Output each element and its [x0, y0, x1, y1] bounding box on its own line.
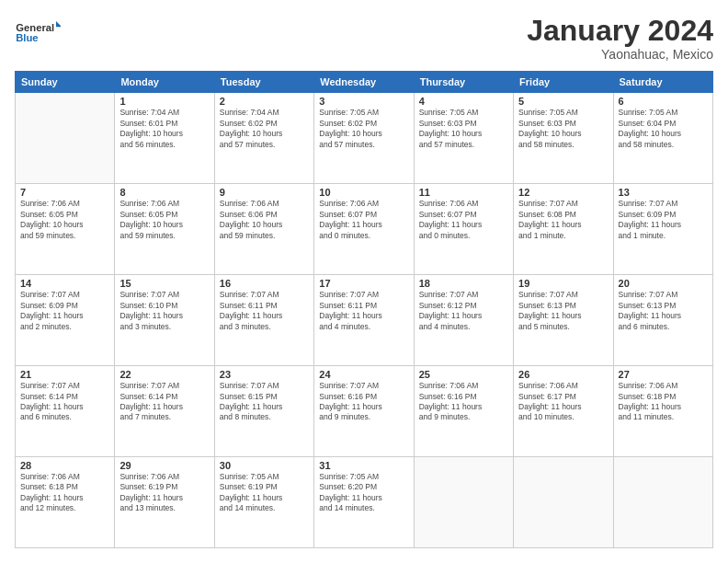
- calendar-cell: [16, 93, 115, 184]
- calendar-cell: [414, 457, 513, 548]
- cell-info-text: Sunrise: 7:07 AM Sunset: 6:11 PM Dayligh…: [220, 290, 309, 332]
- cell-day-number: 11: [419, 187, 508, 198]
- cell-day-number: 20: [619, 278, 708, 289]
- calendar-cell: 8Sunrise: 7:06 AM Sunset: 6:05 PM Daylig…: [115, 184, 214, 275]
- cell-info-text: Sunrise: 7:07 AM Sunset: 6:16 PM Dayligh…: [319, 381, 408, 423]
- cell-info-text: Sunrise: 7:07 AM Sunset: 6:14 PM Dayligh…: [119, 381, 209, 423]
- calendar-cell: 3Sunrise: 7:05 AM Sunset: 6:02 PM Daylig…: [314, 93, 414, 184]
- weekday-wednesday: Wednesday: [314, 72, 414, 93]
- calendar-cell: 28Sunrise: 7:06 AM Sunset: 6:18 PM Dayli…: [16, 457, 115, 548]
- header: General Blue January 2024 Yaonahuac, Mex…: [15, 15, 713, 62]
- title-block: January 2024 Yaonahuac, Mexico: [527, 15, 713, 62]
- calendar-cell: [613, 457, 712, 548]
- calendar-cell: 27Sunrise: 7:06 AM Sunset: 6:18 PM Dayli…: [613, 366, 712, 457]
- calendar-cell: 23Sunrise: 7:07 AM Sunset: 6:15 PM Dayli…: [214, 366, 313, 457]
- calendar-cell: 10Sunrise: 7:06 AM Sunset: 6:07 PM Dayli…: [314, 184, 414, 275]
- cell-info-text: Sunrise: 7:05 AM Sunset: 6:20 PM Dayligh…: [319, 472, 408, 514]
- weekday-tuesday: Tuesday: [214, 72, 313, 93]
- cell-day-number: 5: [518, 96, 608, 107]
- cell-info-text: Sunrise: 7:07 AM Sunset: 6:13 PM Dayligh…: [518, 290, 608, 332]
- calendar-cell: 18Sunrise: 7:07 AM Sunset: 6:12 PM Dayli…: [414, 275, 513, 366]
- calendar-cell: 22Sunrise: 7:07 AM Sunset: 6:14 PM Dayli…: [115, 366, 214, 457]
- cell-day-number: 2: [220, 96, 309, 107]
- cell-day-number: 14: [20, 278, 109, 289]
- calendar-cell: 13Sunrise: 7:07 AM Sunset: 6:09 PM Dayli…: [613, 184, 712, 275]
- svg-text:Blue: Blue: [16, 32, 38, 43]
- cell-info-text: Sunrise: 7:04 AM Sunset: 6:02 PM Dayligh…: [220, 108, 309, 150]
- cell-info-text: Sunrise: 7:07 AM Sunset: 6:15 PM Dayligh…: [220, 381, 309, 423]
- calendar-cell: 9Sunrise: 7:06 AM Sunset: 6:06 PM Daylig…: [214, 184, 313, 275]
- cell-info-text: Sunrise: 7:06 AM Sunset: 6:06 PM Dayligh…: [220, 199, 309, 241]
- cell-day-number: 8: [119, 187, 209, 198]
- calendar-cell: 20Sunrise: 7:07 AM Sunset: 6:13 PM Dayli…: [613, 275, 712, 366]
- cell-day-number: 12: [518, 187, 608, 198]
- cell-info-text: Sunrise: 7:06 AM Sunset: 6:18 PM Dayligh…: [619, 381, 708, 423]
- calendar-cell: 19Sunrise: 7:07 AM Sunset: 6:13 PM Dayli…: [514, 275, 613, 366]
- month-title: January 2024: [527, 15, 713, 47]
- calendar-cell: 5Sunrise: 7:05 AM Sunset: 6:03 PM Daylig…: [514, 93, 613, 184]
- cell-info-text: Sunrise: 7:04 AM Sunset: 6:01 PM Dayligh…: [119, 108, 209, 150]
- calendar-cell: 16Sunrise: 7:07 AM Sunset: 6:11 PM Dayli…: [214, 275, 313, 366]
- calendar-week-row: 14Sunrise: 7:07 AM Sunset: 6:09 PM Dayli…: [16, 275, 713, 366]
- cell-day-number: 22: [119, 369, 209, 380]
- cell-day-number: 31: [319, 460, 408, 471]
- cell-info-text: Sunrise: 7:05 AM Sunset: 6:19 PM Dayligh…: [220, 472, 309, 514]
- cell-info-text: Sunrise: 7:06 AM Sunset: 6:17 PM Dayligh…: [518, 381, 608, 423]
- cell-day-number: 10: [319, 187, 408, 198]
- calendar-cell: 30Sunrise: 7:05 AM Sunset: 6:19 PM Dayli…: [214, 457, 313, 548]
- calendar-cell: 6Sunrise: 7:05 AM Sunset: 6:04 PM Daylig…: [613, 93, 712, 184]
- cell-info-text: Sunrise: 7:06 AM Sunset: 6:05 PM Dayligh…: [20, 199, 109, 241]
- cell-day-number: 19: [518, 278, 608, 289]
- cell-day-number: 25: [419, 369, 508, 380]
- calendar-cell: 4Sunrise: 7:05 AM Sunset: 6:03 PM Daylig…: [414, 93, 513, 184]
- cell-day-number: 24: [319, 369, 408, 380]
- calendar-week-row: 28Sunrise: 7:06 AM Sunset: 6:18 PM Dayli…: [16, 457, 713, 548]
- calendar-cell: 15Sunrise: 7:07 AM Sunset: 6:10 PM Dayli…: [115, 275, 214, 366]
- calendar-cell: 7Sunrise: 7:06 AM Sunset: 6:05 PM Daylig…: [16, 184, 115, 275]
- cell-info-text: Sunrise: 7:07 AM Sunset: 6:14 PM Dayligh…: [20, 381, 109, 423]
- calendar-cell: 29Sunrise: 7:06 AM Sunset: 6:19 PM Dayli…: [115, 457, 214, 548]
- cell-info-text: Sunrise: 7:07 AM Sunset: 6:08 PM Dayligh…: [518, 199, 608, 241]
- cell-day-number: 26: [518, 369, 608, 380]
- cell-info-text: Sunrise: 7:07 AM Sunset: 6:09 PM Dayligh…: [619, 199, 708, 241]
- weekday-friday: Friday: [514, 72, 613, 93]
- calendar-cell: 21Sunrise: 7:07 AM Sunset: 6:14 PM Dayli…: [16, 366, 115, 457]
- calendar-cell: 25Sunrise: 7:06 AM Sunset: 6:16 PM Dayli…: [414, 366, 513, 457]
- cell-day-number: 3: [319, 96, 408, 107]
- cell-info-text: Sunrise: 7:06 AM Sunset: 6:05 PM Dayligh…: [119, 199, 209, 241]
- svg-marker-2: [56, 21, 61, 27]
- logo-svg: General Blue: [15, 15, 61, 52]
- weekday-monday: Monday: [115, 72, 214, 93]
- calendar-cell: 2Sunrise: 7:04 AM Sunset: 6:02 PM Daylig…: [214, 93, 313, 184]
- cell-info-text: Sunrise: 7:06 AM Sunset: 6:16 PM Dayligh…: [419, 381, 508, 423]
- cell-info-text: Sunrise: 7:05 AM Sunset: 6:04 PM Dayligh…: [619, 108, 708, 150]
- weekday-row: SundayMondayTuesdayWednesdayThursdayFrid…: [16, 72, 713, 93]
- weekday-sunday: Sunday: [16, 72, 115, 93]
- svg-text:General: General: [16, 22, 54, 33]
- calendar-header: SundayMondayTuesdayWednesdayThursdayFrid…: [16, 72, 713, 93]
- cell-day-number: 30: [220, 460, 309, 471]
- cell-info-text: Sunrise: 7:05 AM Sunset: 6:03 PM Dayligh…: [419, 108, 508, 150]
- cell-day-number: 16: [220, 278, 309, 289]
- cell-info-text: Sunrise: 7:07 AM Sunset: 6:12 PM Dayligh…: [419, 290, 508, 332]
- cell-info-text: Sunrise: 7:07 AM Sunset: 6:11 PM Dayligh…: [319, 290, 408, 332]
- cell-day-number: 29: [119, 460, 209, 471]
- cell-day-number: 7: [20, 187, 109, 198]
- cell-info-text: Sunrise: 7:06 AM Sunset: 6:07 PM Dayligh…: [319, 199, 408, 241]
- weekday-thursday: Thursday: [414, 72, 513, 93]
- calendar-cell: 14Sunrise: 7:07 AM Sunset: 6:09 PM Dayli…: [16, 275, 115, 366]
- cell-day-number: 23: [220, 369, 309, 380]
- cell-info-text: Sunrise: 7:06 AM Sunset: 6:18 PM Dayligh…: [20, 472, 109, 514]
- cell-day-number: 9: [220, 187, 309, 198]
- calendar-week-row: 7Sunrise: 7:06 AM Sunset: 6:05 PM Daylig…: [16, 184, 713, 275]
- calendar-cell: [514, 457, 613, 548]
- page: General Blue January 2024 Yaonahuac, Mex…: [0, 0, 728, 563]
- cell-day-number: 15: [119, 278, 209, 289]
- calendar-table: SundayMondayTuesdayWednesdayThursdayFrid…: [15, 71, 713, 548]
- cell-day-number: 21: [20, 369, 109, 380]
- calendar-cell: 11Sunrise: 7:06 AM Sunset: 6:07 PM Dayli…: [414, 184, 513, 275]
- calendar-cell: 17Sunrise: 7:07 AM Sunset: 6:11 PM Dayli…: [314, 275, 414, 366]
- cell-day-number: 1: [119, 96, 209, 107]
- weekday-saturday: Saturday: [613, 72, 712, 93]
- calendar-body: 1Sunrise: 7:04 AM Sunset: 6:01 PM Daylig…: [16, 93, 713, 548]
